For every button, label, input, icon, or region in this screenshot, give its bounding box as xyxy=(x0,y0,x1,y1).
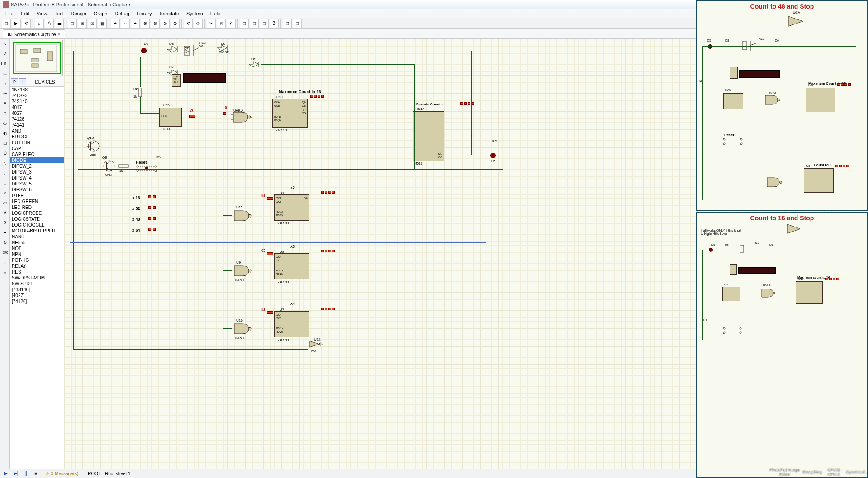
tab-close-icon[interactable]: × xyxy=(58,32,61,37)
device-item[interactable]: NAND xyxy=(10,234,64,240)
tool-zoom-out-icon[interactable]: ⊖ xyxy=(151,19,160,28)
device-item[interactable]: BUTTON xyxy=(10,140,64,146)
tool-make-icon[interactable]: □ xyxy=(293,19,302,28)
device-item[interactable]: 74141 xyxy=(10,122,64,128)
tool-paste-icon[interactable]: ⎗ xyxy=(227,19,236,28)
palette-probe-icon[interactable]: ⊙ xyxy=(0,149,9,158)
tool-print-icon[interactable]: ⎙ xyxy=(45,19,54,28)
device-item[interactable]: CAP xyxy=(10,146,64,151)
menu-design[interactable]: Design xyxy=(67,10,90,17)
palette-mirror-h-icon[interactable]: ↔ xyxy=(0,268,9,277)
tool-3d-icon[interactable]: ⊡ xyxy=(88,19,97,28)
tool-grid-icon[interactable]: + xyxy=(111,19,120,28)
status-messages[interactable]: ⚠ 9 Message(s) xyxy=(42,471,82,476)
device-item[interactable]: DIPSW_6 xyxy=(10,187,64,193)
menu-system[interactable]: System xyxy=(183,10,207,17)
palette-subcircuit-icon[interactable]: ⊸ xyxy=(0,89,9,98)
menu-graph[interactable]: Graph xyxy=(90,10,111,17)
device-item[interactable]: LOGICPROBE xyxy=(10,210,64,216)
menu-edit[interactable]: Edit xyxy=(17,10,33,17)
tool-new-icon[interactable]: □ xyxy=(2,19,11,28)
palette-rotate-cw-icon[interactable]: ↻ xyxy=(0,238,9,247)
device-item[interactable]: LED-GREEN xyxy=(10,199,64,204)
tool-pcb-icon[interactable]: ⊞ xyxy=(78,19,87,28)
device-item[interactable]: DIPSW_5 xyxy=(10,181,64,187)
device-item[interactable]: 74LS93 xyxy=(10,93,64,99)
tool-schematic-icon[interactable]: □ xyxy=(68,19,77,28)
taskbar-item-photopad[interactable]: PhotoPad Image Editor xyxy=(768,468,801,477)
device-item[interactable]: NOT xyxy=(10,246,64,251)
palette-bus-icon[interactable]: → xyxy=(0,79,9,88)
sim-stop-button[interactable]: ■ xyxy=(32,470,40,478)
palette-angle-input[interactable]: -270 xyxy=(0,248,9,257)
palette-text2-icon[interactable]: A xyxy=(0,208,9,218)
tool-undo-icon[interactable]: ⟲ xyxy=(184,19,193,28)
tool-open-icon[interactable]: ▶ xyxy=(12,19,21,28)
tool-copy-icon[interactable]: ⎘ xyxy=(217,19,226,28)
taskbar-item-openhard[interactable]: OpenHard... xyxy=(846,470,868,474)
device-item[interactable]: 74S140 xyxy=(10,99,64,104)
palette-pin-icon[interactable]: ⊓ xyxy=(0,109,9,118)
palette-terminal-icon[interactable]: ≡ xyxy=(0,99,9,108)
tool-redo-icon[interactable]: ⟳ xyxy=(194,19,203,28)
tool-zoom-in-icon[interactable]: ⊕ xyxy=(141,19,150,28)
device-item[interactable]: 4017 xyxy=(10,104,64,110)
device-item[interactable]: RES xyxy=(10,269,64,275)
device-item[interactable]: AND xyxy=(10,128,64,134)
device-item[interactable]: [74126] xyxy=(10,298,64,304)
palette-box-icon[interactable]: □ xyxy=(0,179,9,188)
sim-step-button[interactable]: ▶| xyxy=(12,470,20,478)
tool-home-icon[interactable]: ⌂ xyxy=(35,19,44,28)
tool-zoom-area-icon[interactable]: ⊗ xyxy=(171,19,180,28)
tool-block-move-icon[interactable]: □ xyxy=(250,19,259,28)
device-item[interactable]: 74126 xyxy=(10,116,64,122)
pick-device-button[interactable]: P xyxy=(11,78,18,85)
device-item[interactable]: 4027 xyxy=(10,110,64,116)
device-item[interactable]: NE555 xyxy=(10,240,64,246)
palette-arc-icon[interactable]: ⬭ xyxy=(0,199,9,208)
sim-pause-button[interactable]: || xyxy=(22,470,30,478)
device-item[interactable]: SW-SPDT xyxy=(10,281,64,287)
device-item[interactable]: LOGICSTATE xyxy=(10,216,64,222)
palette-tape-icon[interactable]: ◐ xyxy=(0,129,9,138)
palette-line-icon[interactable]: / xyxy=(0,169,9,178)
tool-block-rotate-icon[interactable]: □ xyxy=(260,19,269,28)
palette-circle-icon[interactable]: ○ xyxy=(0,189,9,198)
device-item[interactable]: DIPSW_4 xyxy=(10,175,64,181)
device-item[interactable]: LOGICTOGGLE xyxy=(10,222,64,228)
device-item[interactable]: SW-DPST-MOM xyxy=(10,275,64,281)
library-button[interactable]: L xyxy=(19,78,26,85)
menu-help[interactable]: Help xyxy=(207,10,224,17)
tool-pick-icon[interactable]: □ xyxy=(283,19,292,28)
device-list[interactable]: 1N414874LS9374S140401740277412674141ANDB… xyxy=(10,87,64,469)
device-item[interactable]: DTFF xyxy=(10,193,64,199)
menu-view[interactable]: View xyxy=(33,10,51,17)
sim-play-button[interactable]: ▶ xyxy=(2,470,10,478)
tool-cut-icon[interactable]: ✂ xyxy=(207,19,216,28)
palette-graph-icon[interactable]: ◇ xyxy=(0,119,9,128)
device-item[interactable]: MOTOR-BISTEPPER xyxy=(10,228,64,234)
tool-area-icon[interactable]: ☰ xyxy=(55,19,64,28)
device-item[interactable]: RELAY xyxy=(10,263,64,269)
tool-block-delete-icon[interactable]: Z xyxy=(270,19,279,28)
taskbar-item-everything[interactable]: Everything xyxy=(803,470,822,474)
palette-generator-icon[interactable]: ⊡ xyxy=(0,139,9,148)
tool-gerber-icon[interactable]: ▦ xyxy=(98,19,107,28)
tool-pan-icon[interactable]: + xyxy=(131,19,140,28)
palette-component-icon[interactable]: ↗ xyxy=(0,49,9,58)
tool-save-icon[interactable]: ⟲ xyxy=(22,19,31,28)
tool-block-copy-icon[interactable]: □ xyxy=(240,19,249,28)
palette-mirror-v-icon[interactable]: ↕ xyxy=(0,258,9,267)
menu-template[interactable]: Template xyxy=(155,10,183,17)
device-item[interactable]: BRIDGE xyxy=(10,134,64,140)
device-item[interactable]: LED-RED xyxy=(10,204,64,210)
switch-reset[interactable] xyxy=(136,165,158,173)
menu-tool[interactable]: Tool xyxy=(51,10,67,17)
palette-marker-icon[interactable]: + xyxy=(0,228,9,237)
device-item[interactable]: DIPSW_2 xyxy=(10,163,64,169)
device-item[interactable]: DIPSW_3 xyxy=(10,169,64,175)
schematic-overview[interactable] xyxy=(11,40,63,76)
tool-origin-icon[interactable]: ↔ xyxy=(121,19,130,28)
tool-zoom-fit-icon[interactable]: ⊙ xyxy=(161,19,170,28)
device-item[interactable]: NPN xyxy=(10,251,64,257)
